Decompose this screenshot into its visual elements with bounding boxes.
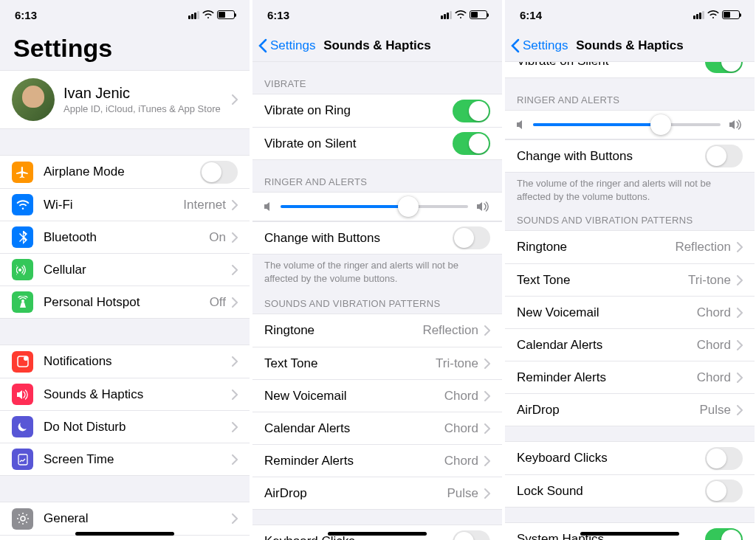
slider-track[interactable] bbox=[533, 123, 721, 126]
home-indicator[interactable] bbox=[580, 532, 679, 536]
settings-row-notifications[interactable]: Notifications bbox=[0, 345, 250, 378]
settings-row-controlcenter[interactable]: Control Center bbox=[0, 535, 250, 540]
row-label: Vibrate on Ring bbox=[264, 103, 453, 118]
status-time: 6:13 bbox=[15, 9, 37, 21]
row-label: Change with Buttons bbox=[517, 149, 705, 164]
sound-row[interactable]: Reminder AlertsChord bbox=[252, 444, 502, 477]
row-value: Chord bbox=[444, 389, 478, 404]
chevron-right-icon bbox=[232, 297, 238, 308]
toggle[interactable] bbox=[453, 530, 490, 540]
battery-icon bbox=[722, 10, 740, 19]
row-label: Do Not Disturb bbox=[44, 420, 232, 435]
chevron-left-icon bbox=[511, 38, 520, 53]
sound-row[interactable]: AirDropPulse bbox=[505, 393, 755, 426]
dnd-icon bbox=[12, 416, 33, 437]
chevron-right-icon bbox=[737, 373, 743, 383]
row-label: Calendar Alerts bbox=[264, 421, 444, 436]
row-label: New Voicemail bbox=[264, 389, 444, 404]
row-label: Keyboard Clicks bbox=[517, 451, 705, 465]
settings-row-dnd[interactable]: Do Not Disturb bbox=[0, 410, 250, 443]
settings-row-cellular[interactable]: Cellular bbox=[0, 253, 250, 285]
apple-id-row[interactable]: Ivan Jenic Apple ID, iCloud, iTunes & Ap… bbox=[0, 70, 250, 129]
sound-row[interactable]: AirDropPulse bbox=[252, 477, 502, 509]
screentime-icon bbox=[12, 449, 33, 470]
sound-row[interactable]: RingtoneReflection bbox=[505, 231, 755, 263]
ringer-slider[interactable] bbox=[505, 111, 755, 139]
chevron-right-icon bbox=[484, 325, 490, 336]
status-bar: 6:13 bbox=[0, 0, 250, 30]
toggle-row[interactable]: Lock Sound bbox=[505, 474, 755, 507]
slider-track[interactable] bbox=[281, 205, 468, 208]
toggle-row[interactable]: Vibrate on Silent bbox=[252, 127, 502, 159]
toggle[interactable] bbox=[453, 100, 490, 122]
row-value: Chord bbox=[697, 305, 731, 320]
nav-bar: Settings Sounds & Haptics bbox=[505, 30, 755, 62]
toggle[interactable] bbox=[453, 132, 490, 155]
screen-sounds-top: 6:13 Settings Sounds & Haptics VIBRATE V… bbox=[252, 0, 502, 540]
status-time: 6:13 bbox=[267, 9, 289, 21]
status-time: 6:14 bbox=[520, 9, 542, 21]
patterns-header: SOUNDS AND VIBRATION PATTERNS bbox=[505, 207, 755, 230]
chevron-right-icon bbox=[737, 340, 743, 350]
hotspot-icon bbox=[12, 291, 33, 313]
settings-row-general[interactable]: General bbox=[0, 502, 250, 535]
wifi-icon bbox=[12, 194, 33, 215]
ringer-header: RINGER AND ALERTS bbox=[505, 78, 755, 110]
nav-title: Sounds & Haptics bbox=[576, 38, 683, 53]
toggle[interactable] bbox=[705, 528, 743, 540]
settings-row-bluetooth[interactable]: BluetoothOn bbox=[0, 221, 250, 253]
toggle[interactable] bbox=[705, 62, 743, 73]
toggle-row[interactable]: Keyboard Clicks bbox=[505, 442, 755, 474]
row-label: Sounds & Haptics bbox=[44, 387, 232, 402]
row-label: Change with Buttons bbox=[264, 231, 453, 246]
vibrate-on-silent-row[interactable]: Vibrate on Silent bbox=[505, 62, 755, 77]
profile-name: Ivan Jenic bbox=[63, 85, 232, 102]
svg-rect-4 bbox=[18, 454, 27, 465]
sound-row[interactable]: Text ToneTri-tone bbox=[252, 347, 502, 379]
sound-row[interactable]: Reminder AlertsChord bbox=[505, 361, 755, 393]
toggle[interactable] bbox=[705, 447, 743, 470]
row-label: Calendar Alerts bbox=[517, 338, 697, 353]
wifi-icon bbox=[202, 9, 214, 21]
toggle-row[interactable]: Vibrate on Ring bbox=[252, 94, 502, 127]
avatar bbox=[12, 78, 55, 121]
toggle[interactable] bbox=[705, 145, 743, 167]
sound-row[interactable]: New VoicemailChord bbox=[505, 296, 755, 328]
row-value: Internet bbox=[183, 198, 226, 212]
settings-row-wifi[interactable]: Wi-FiInternet bbox=[0, 188, 250, 221]
battery-icon bbox=[217, 10, 235, 19]
alerts-group: NotificationsSounds & HapticsDo Not Dist… bbox=[0, 345, 250, 476]
back-button[interactable]: Settings bbox=[258, 38, 315, 53]
change-with-buttons-row[interactable]: Change with Buttons bbox=[252, 221, 502, 254]
volume-high-icon bbox=[477, 201, 490, 212]
row-label: AirDrop bbox=[517, 403, 699, 418]
row-label: Vibrate on Silent bbox=[517, 62, 705, 69]
ringer-slider[interactable] bbox=[252, 193, 502, 221]
row-value: Chord bbox=[444, 454, 478, 468]
chevron-right-icon bbox=[484, 359, 490, 369]
settings-row-airplane[interactable]: Airplane Mode bbox=[0, 156, 250, 188]
row-label: Bluetooth bbox=[44, 230, 209, 245]
toggle[interactable] bbox=[200, 161, 238, 184]
toggle[interactable] bbox=[705, 480, 743, 502]
home-indicator[interactable] bbox=[75, 532, 174, 536]
chevron-right-icon bbox=[232, 513, 238, 524]
sound-row[interactable]: RingtoneReflection bbox=[252, 314, 502, 347]
chevron-right-icon bbox=[232, 232, 238, 243]
sound-row[interactable]: Calendar AlertsChord bbox=[505, 328, 755, 361]
back-button[interactable]: Settings bbox=[511, 38, 568, 53]
sound-row[interactable]: Calendar AlertsChord bbox=[252, 412, 502, 444]
wifi-icon bbox=[707, 10, 719, 19]
settings-row-sounds[interactable]: Sounds & Haptics bbox=[0, 378, 250, 410]
toggle[interactable] bbox=[453, 226, 490, 249]
settings-row-hotspot[interactable]: Personal HotspotOff bbox=[0, 285, 250, 318]
chevron-right-icon bbox=[232, 390, 238, 400]
sound-row[interactable]: Text ToneTri-tone bbox=[505, 263, 755, 296]
home-indicator[interactable] bbox=[328, 532, 427, 536]
settings-row-screentime[interactable]: Screen Time bbox=[0, 443, 250, 475]
change-with-buttons-row[interactable]: Change with Buttons bbox=[505, 139, 755, 172]
chevron-right-icon bbox=[232, 454, 238, 465]
nav-bar: Settings Sounds & Haptics bbox=[252, 30, 502, 62]
row-label: AirDrop bbox=[264, 486, 447, 501]
sound-row[interactable]: New VoicemailChord bbox=[252, 379, 502, 412]
